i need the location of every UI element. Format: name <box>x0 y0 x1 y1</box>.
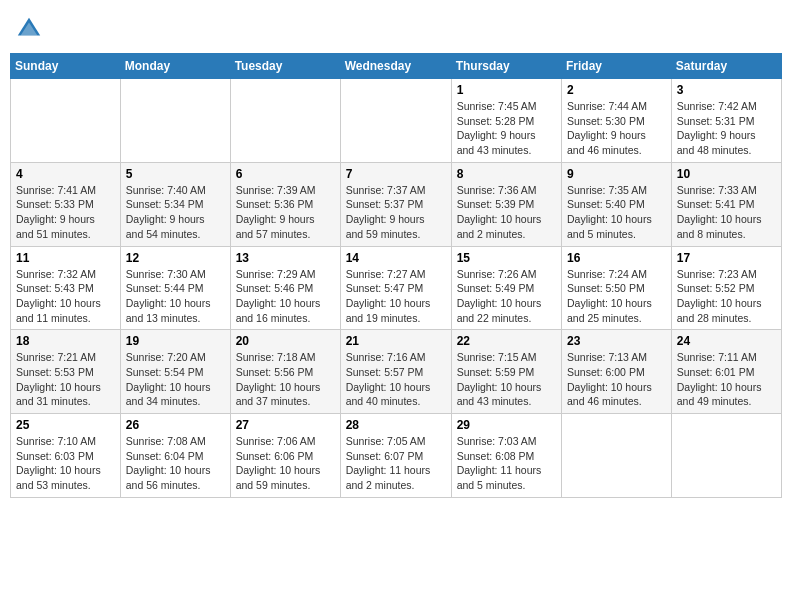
day-info: Sunrise: 7:15 AM Sunset: 5:59 PM Dayligh… <box>457 350 556 409</box>
day-info: Sunrise: 7:05 AM Sunset: 6:07 PM Dayligh… <box>346 434 446 493</box>
day-info: Sunrise: 7:13 AM Sunset: 6:00 PM Dayligh… <box>567 350 666 409</box>
calendar-cell <box>671 414 781 498</box>
day-info: Sunrise: 7:35 AM Sunset: 5:40 PM Dayligh… <box>567 183 666 242</box>
calendar-week-row: 11Sunrise: 7:32 AM Sunset: 5:43 PM Dayli… <box>11 246 782 330</box>
calendar-week-row: 4Sunrise: 7:41 AM Sunset: 5:33 PM Daylig… <box>11 162 782 246</box>
calendar-cell <box>340 79 451 163</box>
calendar-cell: 27Sunrise: 7:06 AM Sunset: 6:06 PM Dayli… <box>230 414 340 498</box>
day-number: 11 <box>16 251 115 265</box>
calendar-header-friday: Friday <box>562 54 672 79</box>
day-info: Sunrise: 7:16 AM Sunset: 5:57 PM Dayligh… <box>346 350 446 409</box>
day-number: 22 <box>457 334 556 348</box>
calendar-cell: 4Sunrise: 7:41 AM Sunset: 5:33 PM Daylig… <box>11 162 121 246</box>
day-number: 29 <box>457 418 556 432</box>
day-info: Sunrise: 7:06 AM Sunset: 6:06 PM Dayligh… <box>236 434 335 493</box>
calendar-cell: 16Sunrise: 7:24 AM Sunset: 5:50 PM Dayli… <box>562 246 672 330</box>
calendar-header-sunday: Sunday <box>11 54 121 79</box>
calendar-header-row: SundayMondayTuesdayWednesdayThursdayFrid… <box>11 54 782 79</box>
day-info: Sunrise: 7:26 AM Sunset: 5:49 PM Dayligh… <box>457 267 556 326</box>
day-number: 4 <box>16 167 115 181</box>
calendar-header-monday: Monday <box>120 54 230 79</box>
calendar-cell: 26Sunrise: 7:08 AM Sunset: 6:04 PM Dayli… <box>120 414 230 498</box>
day-number: 26 <box>126 418 225 432</box>
calendar-header-thursday: Thursday <box>451 54 561 79</box>
calendar-week-row: 25Sunrise: 7:10 AM Sunset: 6:03 PM Dayli… <box>11 414 782 498</box>
calendar-cell: 20Sunrise: 7:18 AM Sunset: 5:56 PM Dayli… <box>230 330 340 414</box>
calendar-week-row: 1Sunrise: 7:45 AM Sunset: 5:28 PM Daylig… <box>11 79 782 163</box>
day-info: Sunrise: 7:41 AM Sunset: 5:33 PM Dayligh… <box>16 183 115 242</box>
calendar-cell: 17Sunrise: 7:23 AM Sunset: 5:52 PM Dayli… <box>671 246 781 330</box>
calendar-cell: 1Sunrise: 7:45 AM Sunset: 5:28 PM Daylig… <box>451 79 561 163</box>
calendar-cell: 28Sunrise: 7:05 AM Sunset: 6:07 PM Dayli… <box>340 414 451 498</box>
day-number: 15 <box>457 251 556 265</box>
day-number: 24 <box>677 334 776 348</box>
day-info: Sunrise: 7:18 AM Sunset: 5:56 PM Dayligh… <box>236 350 335 409</box>
day-number: 28 <box>346 418 446 432</box>
day-number: 7 <box>346 167 446 181</box>
calendar-cell: 12Sunrise: 7:30 AM Sunset: 5:44 PM Dayli… <box>120 246 230 330</box>
calendar-header-saturday: Saturday <box>671 54 781 79</box>
logo-icon <box>15 15 43 43</box>
calendar-cell: 22Sunrise: 7:15 AM Sunset: 5:59 PM Dayli… <box>451 330 561 414</box>
day-number: 12 <box>126 251 225 265</box>
day-number: 13 <box>236 251 335 265</box>
day-info: Sunrise: 7:29 AM Sunset: 5:46 PM Dayligh… <box>236 267 335 326</box>
calendar-cell: 11Sunrise: 7:32 AM Sunset: 5:43 PM Dayli… <box>11 246 121 330</box>
day-info: Sunrise: 7:40 AM Sunset: 5:34 PM Dayligh… <box>126 183 225 242</box>
calendar-cell: 5Sunrise: 7:40 AM Sunset: 5:34 PM Daylig… <box>120 162 230 246</box>
calendar-cell: 7Sunrise: 7:37 AM Sunset: 5:37 PM Daylig… <box>340 162 451 246</box>
day-info: Sunrise: 7:44 AM Sunset: 5:30 PM Dayligh… <box>567 99 666 158</box>
calendar-cell <box>11 79 121 163</box>
day-number: 8 <box>457 167 556 181</box>
day-number: 21 <box>346 334 446 348</box>
logo <box>15 15 46 43</box>
day-info: Sunrise: 7:39 AM Sunset: 5:36 PM Dayligh… <box>236 183 335 242</box>
day-number: 19 <box>126 334 225 348</box>
day-info: Sunrise: 7:11 AM Sunset: 6:01 PM Dayligh… <box>677 350 776 409</box>
calendar-table: SundayMondayTuesdayWednesdayThursdayFrid… <box>10 53 782 498</box>
day-info: Sunrise: 7:33 AM Sunset: 5:41 PM Dayligh… <box>677 183 776 242</box>
day-number: 17 <box>677 251 776 265</box>
calendar-cell: 13Sunrise: 7:29 AM Sunset: 5:46 PM Dayli… <box>230 246 340 330</box>
calendar-cell: 6Sunrise: 7:39 AM Sunset: 5:36 PM Daylig… <box>230 162 340 246</box>
day-number: 16 <box>567 251 666 265</box>
calendar-week-row: 18Sunrise: 7:21 AM Sunset: 5:53 PM Dayli… <box>11 330 782 414</box>
day-info: Sunrise: 7:03 AM Sunset: 6:08 PM Dayligh… <box>457 434 556 493</box>
day-info: Sunrise: 7:37 AM Sunset: 5:37 PM Dayligh… <box>346 183 446 242</box>
calendar-cell: 18Sunrise: 7:21 AM Sunset: 5:53 PM Dayli… <box>11 330 121 414</box>
day-info: Sunrise: 7:30 AM Sunset: 5:44 PM Dayligh… <box>126 267 225 326</box>
calendar-cell: 15Sunrise: 7:26 AM Sunset: 5:49 PM Dayli… <box>451 246 561 330</box>
day-number: 2 <box>567 83 666 97</box>
calendar-cell: 10Sunrise: 7:33 AM Sunset: 5:41 PM Dayli… <box>671 162 781 246</box>
calendar-cell: 3Sunrise: 7:42 AM Sunset: 5:31 PM Daylig… <box>671 79 781 163</box>
day-info: Sunrise: 7:10 AM Sunset: 6:03 PM Dayligh… <box>16 434 115 493</box>
day-info: Sunrise: 7:20 AM Sunset: 5:54 PM Dayligh… <box>126 350 225 409</box>
calendar-cell: 25Sunrise: 7:10 AM Sunset: 6:03 PM Dayli… <box>11 414 121 498</box>
calendar-header-tuesday: Tuesday <box>230 54 340 79</box>
day-number: 18 <box>16 334 115 348</box>
day-number: 3 <box>677 83 776 97</box>
day-number: 6 <box>236 167 335 181</box>
day-info: Sunrise: 7:08 AM Sunset: 6:04 PM Dayligh… <box>126 434 225 493</box>
day-number: 23 <box>567 334 666 348</box>
day-info: Sunrise: 7:42 AM Sunset: 5:31 PM Dayligh… <box>677 99 776 158</box>
calendar-cell: 14Sunrise: 7:27 AM Sunset: 5:47 PM Dayli… <box>340 246 451 330</box>
calendar-cell: 21Sunrise: 7:16 AM Sunset: 5:57 PM Dayli… <box>340 330 451 414</box>
day-number: 9 <box>567 167 666 181</box>
calendar-cell: 2Sunrise: 7:44 AM Sunset: 5:30 PM Daylig… <box>562 79 672 163</box>
day-info: Sunrise: 7:36 AM Sunset: 5:39 PM Dayligh… <box>457 183 556 242</box>
day-number: 27 <box>236 418 335 432</box>
calendar-cell: 19Sunrise: 7:20 AM Sunset: 5:54 PM Dayli… <box>120 330 230 414</box>
calendar-cell: 9Sunrise: 7:35 AM Sunset: 5:40 PM Daylig… <box>562 162 672 246</box>
day-info: Sunrise: 7:24 AM Sunset: 5:50 PM Dayligh… <box>567 267 666 326</box>
day-info: Sunrise: 7:32 AM Sunset: 5:43 PM Dayligh… <box>16 267 115 326</box>
calendar-cell: 23Sunrise: 7:13 AM Sunset: 6:00 PM Dayli… <box>562 330 672 414</box>
day-info: Sunrise: 7:45 AM Sunset: 5:28 PM Dayligh… <box>457 99 556 158</box>
day-number: 20 <box>236 334 335 348</box>
day-number: 10 <box>677 167 776 181</box>
day-number: 14 <box>346 251 446 265</box>
calendar-header-wednesday: Wednesday <box>340 54 451 79</box>
day-info: Sunrise: 7:21 AM Sunset: 5:53 PM Dayligh… <box>16 350 115 409</box>
calendar-cell: 24Sunrise: 7:11 AM Sunset: 6:01 PM Dayli… <box>671 330 781 414</box>
day-info: Sunrise: 7:23 AM Sunset: 5:52 PM Dayligh… <box>677 267 776 326</box>
